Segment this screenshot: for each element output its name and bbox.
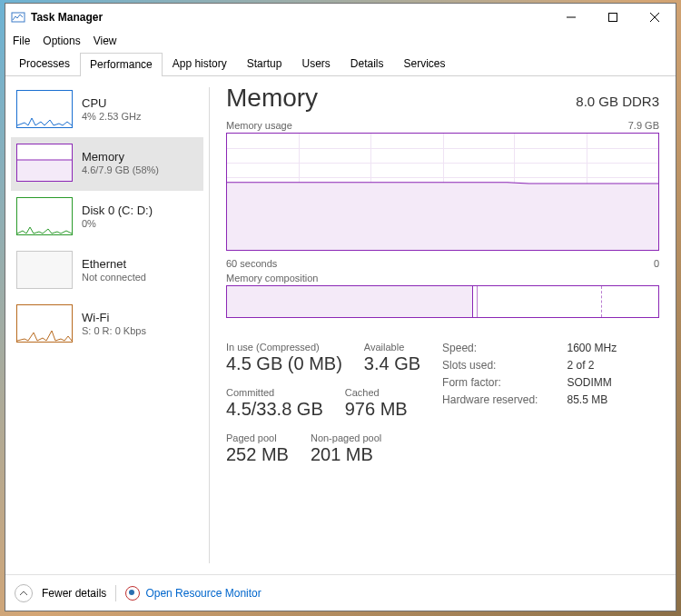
open-resource-monitor-link[interactable]: Open Resource Monitor bbox=[125, 586, 261, 601]
disk-sub: 0% bbox=[82, 218, 153, 229]
hardware-info: Speed:1600 MHz Slots used:2 of 2 Form fa… bbox=[442, 342, 617, 465]
window-buttons bbox=[550, 4, 676, 31]
task-manager-window: Task Manager File Options View Processes… bbox=[5, 3, 676, 611]
titlebar[interactable]: Task Manager bbox=[5, 4, 676, 31]
stat-nonpaged: Non-paged pool 201 MB bbox=[311, 432, 381, 465]
stat-available: Available 3.4 GB bbox=[364, 342, 420, 374]
tab-details[interactable]: Details bbox=[340, 52, 394, 75]
tabbar: Processes Performance App history Startu… bbox=[5, 51, 676, 76]
wifi-sub: S: 0 R: 0 Kbps bbox=[82, 325, 146, 336]
xaxis-left: 60 seconds bbox=[226, 258, 277, 269]
memory-thumb bbox=[16, 144, 73, 182]
comp-standby bbox=[478, 286, 603, 317]
memory-spec: 8.0 GB DDR3 bbox=[576, 94, 659, 109]
footer-separator bbox=[115, 585, 116, 601]
sidebar: CPU 4% 2.53 GHz Memory 4.6/7.9 GB (58%) bbox=[5, 76, 209, 574]
tab-processes[interactable]: Processes bbox=[9, 52, 80, 75]
sidebar-item-wifi[interactable]: Wi-Fi S: 0 R: 0 Kbps bbox=[11, 298, 203, 352]
usage-chart-labels: Memory usage 7.9 GB bbox=[226, 120, 659, 131]
tab-performance[interactable]: Performance bbox=[80, 53, 163, 76]
usage-max: 7.9 GB bbox=[628, 120, 659, 131]
tab-users[interactable]: Users bbox=[291, 52, 340, 75]
cpu-sub: 4% 2.53 GHz bbox=[82, 111, 141, 122]
tab-apphistory[interactable]: App history bbox=[163, 52, 237, 75]
chevron-up-icon bbox=[19, 589, 28, 598]
stat-paged: Paged pool 252 MB bbox=[226, 432, 289, 465]
tab-services[interactable]: Services bbox=[394, 52, 456, 75]
comp-label: Memory composition bbox=[226, 273, 318, 283]
stat-committed: Committed 4.5/33.8 GB bbox=[226, 387, 323, 420]
app-icon bbox=[11, 10, 25, 25]
sidebar-item-ethernet[interactable]: Ethernet Not connected bbox=[11, 244, 203, 298]
eth-label: Ethernet bbox=[82, 257, 146, 271]
eth-sub: Not connected bbox=[82, 272, 146, 283]
stat-inuse: In use (Compressed) 4.5 GB (0 MB) bbox=[226, 342, 342, 374]
main-header: Memory 8.0 GB DDR3 bbox=[226, 84, 659, 113]
wifi-thumb bbox=[16, 304, 73, 343]
memory-usage-chart[interactable] bbox=[226, 133, 659, 251]
sidebar-item-disk[interactable]: Disk 0 (C: D:) 0% bbox=[11, 191, 203, 244]
fewer-details-button[interactable] bbox=[15, 584, 33, 602]
wifi-label: Wi-Fi bbox=[82, 311, 146, 324]
comp-free bbox=[602, 286, 658, 317]
menu-file[interactable]: File bbox=[13, 35, 30, 47]
sidebar-item-memory[interactable]: Memory 4.6/7.9 GB (58%) bbox=[11, 137, 203, 191]
usage-label: Memory usage bbox=[226, 120, 292, 131]
memory-sub: 4.6/7.9 GB (58%) bbox=[82, 164, 159, 175]
window-title: Task Manager bbox=[31, 11, 550, 24]
cpu-thumb bbox=[16, 90, 73, 128]
footer: Fewer details Open Resource Monitor bbox=[5, 574, 676, 611]
sidebar-item-cpu[interactable]: CPU 4% 2.53 GHz bbox=[11, 84, 203, 137]
close-button[interactable] bbox=[634, 4, 676, 31]
comp-label-row: Memory composition bbox=[226, 273, 659, 283]
svg-rect-5 bbox=[17, 160, 72, 181]
disk-thumb bbox=[16, 197, 73, 235]
disk-label: Disk 0 (C: D:) bbox=[82, 204, 153, 217]
main-panel: Memory 8.0 GB DDR3 Memory usage 7.9 GB 6… bbox=[210, 76, 676, 574]
stats: In use (Compressed) 4.5 GB (0 MB) Availa… bbox=[226, 342, 659, 465]
content: CPU 4% 2.53 GHz Memory 4.6/7.9 GB (58%) bbox=[5, 76, 676, 574]
maximize-button[interactable] bbox=[592, 4, 634, 31]
eth-thumb bbox=[16, 251, 73, 289]
stat-cached: Cached 976 MB bbox=[345, 387, 408, 420]
cpu-label: CPU bbox=[82, 96, 141, 110]
svg-marker-7 bbox=[227, 183, 658, 250]
comp-inuse bbox=[227, 286, 473, 317]
resource-monitor-icon bbox=[125, 586, 140, 601]
memory-composition-chart[interactable] bbox=[226, 285, 659, 318]
fewer-details-label[interactable]: Fewer details bbox=[42, 587, 106, 600]
memory-label: Memory bbox=[82, 150, 159, 164]
menubar: File Options View bbox=[5, 31, 676, 51]
tab-startup[interactable]: Startup bbox=[237, 52, 292, 75]
menu-view[interactable]: View bbox=[94, 35, 117, 47]
xaxis-right: 0 bbox=[654, 258, 659, 269]
usage-xaxis: 60 seconds 0 bbox=[226, 258, 659, 269]
menu-options[interactable]: Options bbox=[43, 35, 80, 47]
svg-rect-2 bbox=[609, 14, 617, 22]
page-title: Memory bbox=[226, 84, 318, 113]
minimize-button[interactable] bbox=[550, 4, 592, 31]
